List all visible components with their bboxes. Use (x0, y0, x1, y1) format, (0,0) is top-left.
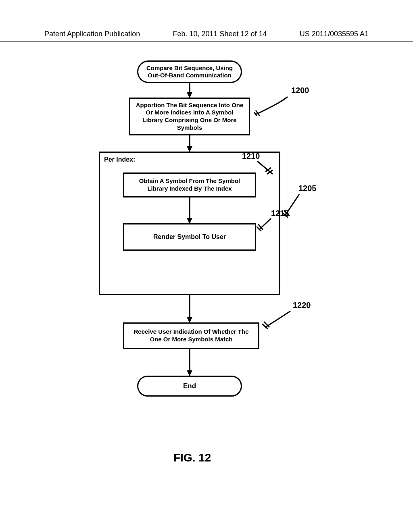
refnum-1200: 1200 (291, 86, 309, 95)
leader-1220 (262, 310, 292, 329)
arrow-obtain-to-render (189, 197, 190, 223)
leader-1200 (253, 96, 290, 116)
page-header: Patent Application Publication Feb. 10, … (0, 30, 413, 42)
flowchart-canvas: Compare Bit Sequence, Using Out-Of-Band … (0, 48, 413, 492)
refnum-1210: 1210 (242, 152, 260, 161)
header-right: US 2011/0035595 A1 (300, 30, 369, 38)
process-obtain: Obtain A Symbol From The Symbol Library … (123, 172, 256, 197)
figure-caption: FIG. 12 (173, 451, 211, 464)
leader-1215 (257, 218, 273, 231)
header-left: Patent Application Publication (44, 30, 140, 38)
process-apportion: Apportion The Bit Sequence Into One Or M… (129, 98, 250, 135)
arrow-receive-to-end (189, 349, 190, 376)
refnum-1220: 1220 (293, 301, 311, 310)
arrow-start-to-apportion (189, 83, 190, 98)
refnum-1215: 1215 (271, 209, 289, 218)
refnum-1205: 1205 (298, 184, 317, 193)
leader-1210 (257, 160, 275, 176)
process-receive: Receive User Indication Of Whether The O… (123, 322, 259, 349)
process-render: Render Symbol To User (123, 223, 256, 251)
end-terminator: End (137, 376, 242, 397)
arrow-apportion-to-container (189, 135, 190, 152)
start-terminator: Compare Bit Sequence, Using Out-Of-Band … (137, 60, 242, 83)
arrow-container-to-receive (189, 295, 190, 322)
header-center: Feb. 10, 2011 Sheet 12 of 14 (173, 30, 267, 38)
